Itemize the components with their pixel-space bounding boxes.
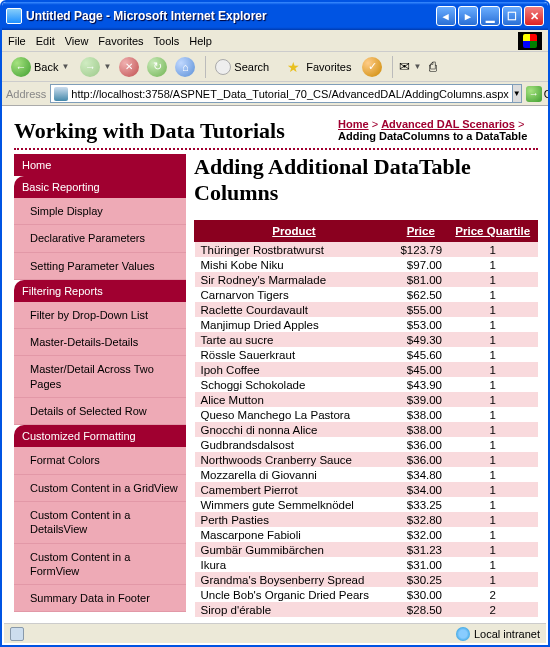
cell-price: $36.00 bbox=[393, 452, 448, 467]
menu-tools[interactable]: Tools bbox=[154, 35, 180, 47]
cell-product: Perth Pasties bbox=[195, 512, 394, 527]
sidebar-item-home[interactable]: Home bbox=[14, 154, 186, 176]
sidebar-item[interactable]: Format Colors bbox=[14, 447, 186, 474]
cell-product: Manjimup Dried Apples bbox=[195, 317, 394, 332]
nav-back-small-button[interactable]: ◂ bbox=[436, 6, 456, 26]
back-label: Back bbox=[34, 61, 58, 73]
sidebar-item[interactable]: Summary Data in Footer bbox=[14, 585, 186, 612]
history-button[interactable]: ✓ bbox=[360, 55, 384, 79]
zone-icon bbox=[456, 627, 470, 641]
search-label: Search bbox=[234, 61, 269, 73]
forward-button[interactable]: → ▼ bbox=[78, 55, 113, 79]
search-button[interactable]: Search bbox=[210, 57, 274, 77]
col-quartile[interactable]: Price Quartile bbox=[448, 221, 537, 242]
mail-button[interactable]: ✉▼ bbox=[397, 57, 423, 76]
back-button[interactable]: ← Back ▼ bbox=[6, 55, 74, 79]
history-icon: ✓ bbox=[362, 57, 382, 77]
page-icon bbox=[6, 8, 22, 24]
breadcrumb-section-link[interactable]: Advanced DAL Scenarios bbox=[381, 118, 515, 130]
cell-product: Rössle Sauerkraut bbox=[195, 347, 394, 362]
cell-price: $34.00 bbox=[393, 482, 448, 497]
sidebar-item[interactable]: Declarative Parameters bbox=[14, 225, 186, 252]
sidebar-group-formatting[interactable]: Customized Formatting bbox=[14, 425, 186, 447]
nav-fwd-small-button[interactable]: ▸ bbox=[458, 6, 478, 26]
cell-price: $30.00 bbox=[393, 587, 448, 602]
status-bar: Local intranet bbox=[4, 623, 546, 643]
menu-help[interactable]: Help bbox=[189, 35, 212, 47]
ie-logo bbox=[518, 32, 542, 50]
col-price[interactable]: Price bbox=[393, 221, 448, 242]
table-row: Sir Rodney's Marmalade$81.001 bbox=[195, 272, 538, 287]
cell-price: $38.00 bbox=[393, 422, 448, 437]
print-button[interactable]: ⎙ bbox=[427, 57, 439, 76]
cell-price: $81.00 bbox=[393, 272, 448, 287]
cell-product: Thüringer Rostbratwurst bbox=[195, 242, 394, 258]
cell-price: $45.60 bbox=[393, 347, 448, 362]
toolbar: ← Back ▼ → ▼ ✕ ↻ ⌂ Search ★ Favorites ✓ … bbox=[2, 52, 548, 82]
table-row: Mascarpone Fabioli$32.001 bbox=[195, 527, 538, 542]
cell-product: Mishi Kobe Niku bbox=[195, 257, 394, 272]
cell-product: Ipoh Coffee bbox=[195, 362, 394, 377]
sidebar-nav: Home Basic Reporting Simple DisplayDecla… bbox=[14, 154, 186, 617]
cell-price: $33.25 bbox=[393, 497, 448, 512]
sidebar-group-basic[interactable]: Basic Reporting bbox=[14, 176, 186, 198]
sidebar-group-filtering[interactable]: Filtering Reports bbox=[14, 280, 186, 302]
address-dropdown[interactable]: ▼ bbox=[513, 84, 522, 103]
sidebar-item[interactable]: Master-Details-Details bbox=[14, 329, 186, 356]
cell-quartile: 1 bbox=[448, 347, 537, 362]
table-row: Northwoods Cranberry Sauce$36.001 bbox=[195, 452, 538, 467]
sidebar-item[interactable]: Custom Content in a GridView bbox=[14, 475, 186, 502]
forward-icon: → bbox=[80, 57, 100, 77]
stop-button[interactable]: ✕ bbox=[117, 55, 141, 79]
site-title: Working with Data Tutorials bbox=[14, 118, 338, 144]
favorites-label: Favorites bbox=[306, 61, 351, 73]
sidebar-item[interactable]: Custom Content in a FormView bbox=[14, 544, 186, 586]
table-row: Ipoh Coffee$45.001 bbox=[195, 362, 538, 377]
close-button[interactable]: ✕ bbox=[524, 6, 544, 26]
table-row: Raclette Courdavault$55.001 bbox=[195, 302, 538, 317]
breadcrumb: Home > Advanced DAL Scenarios > Adding D… bbox=[338, 118, 538, 142]
minimize-button[interactable]: ▁ bbox=[480, 6, 500, 26]
zone-label: Local intranet bbox=[474, 628, 540, 640]
cell-quartile: 1 bbox=[448, 497, 537, 512]
address-input[interactable]: http://localhost:3758/ASPNET_Data_Tutori… bbox=[50, 84, 512, 103]
cell-quartile: 1 bbox=[448, 392, 537, 407]
go-button[interactable]: → Go bbox=[526, 86, 550, 102]
cell-quartile: 1 bbox=[448, 467, 537, 482]
cell-product: Tarte au sucre bbox=[195, 332, 394, 347]
cell-product: Camembert Pierrot bbox=[195, 482, 394, 497]
favorites-button[interactable]: ★ Favorites bbox=[278, 55, 356, 79]
refresh-button[interactable]: ↻ bbox=[145, 55, 169, 79]
menu-view[interactable]: View bbox=[65, 35, 89, 47]
cell-price: $55.00 bbox=[393, 302, 448, 317]
sidebar-item[interactable]: Simple Display bbox=[14, 198, 186, 225]
breadcrumb-home-link[interactable]: Home bbox=[338, 118, 369, 130]
sidebar-item[interactable]: Custom Content in a DetailsView bbox=[14, 502, 186, 544]
menu-edit[interactable]: Edit bbox=[36, 35, 55, 47]
cell-product: Grandma's Boysenberry Spread bbox=[195, 572, 394, 587]
cell-product: Raclette Courdavault bbox=[195, 302, 394, 317]
cell-quartile: 1 bbox=[448, 377, 537, 392]
table-row: Alice Mutton$39.001 bbox=[195, 392, 538, 407]
status-icon bbox=[10, 627, 24, 641]
mail-icon: ✉ bbox=[399, 59, 410, 74]
sidebar-item[interactable]: Details of Selected Row bbox=[14, 398, 186, 425]
cell-quartile: 1 bbox=[448, 482, 537, 497]
sidebar-item[interactable]: Setting Parameter Values bbox=[14, 253, 186, 280]
sidebar-item[interactable]: Master/Detail Across Two Pages bbox=[14, 356, 186, 398]
content-viewport[interactable]: Working with Data Tutorials Home > Advan… bbox=[4, 108, 546, 623]
cell-quartile: 1 bbox=[448, 332, 537, 347]
table-row: Wimmers gute Semmelknödel$33.251 bbox=[195, 497, 538, 512]
table-row: Queso Manchego La Pastora$38.001 bbox=[195, 407, 538, 422]
cell-quartile: 1 bbox=[448, 272, 537, 287]
menu-favorites[interactable]: Favorites bbox=[98, 35, 143, 47]
cell-product: Ikura bbox=[195, 557, 394, 572]
sidebar-item[interactable]: Filter by Drop-Down List bbox=[14, 302, 186, 329]
maximize-button[interactable]: ☐ bbox=[502, 6, 522, 26]
cell-quartile: 1 bbox=[448, 257, 537, 272]
home-button[interactable]: ⌂ bbox=[173, 55, 197, 79]
menu-file[interactable]: File bbox=[8, 35, 26, 47]
address-bar: Address http://localhost:3758/ASPNET_Dat… bbox=[2, 82, 548, 106]
cell-price: $30.25 bbox=[393, 572, 448, 587]
col-product[interactable]: Product bbox=[195, 221, 394, 242]
